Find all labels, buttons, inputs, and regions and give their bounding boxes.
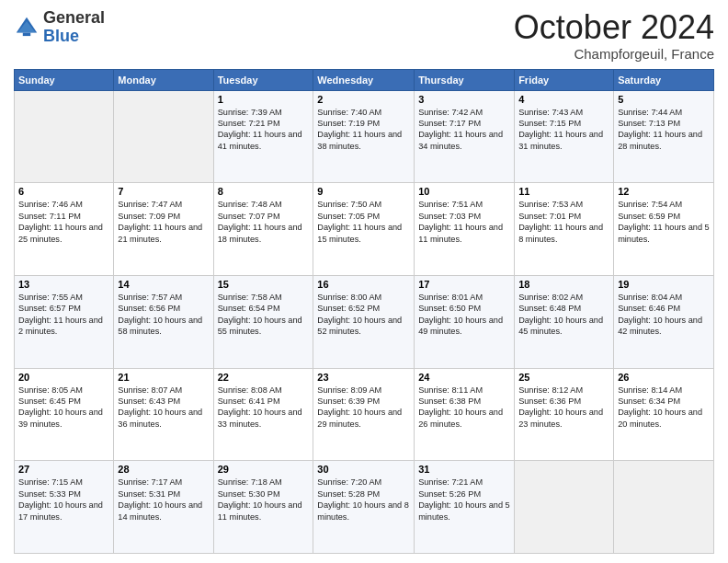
- day-number: 12: [618, 186, 710, 197]
- calendar-cell: 20Sunrise: 8:05 AMSunset: 6:45 PMDayligh…: [15, 368, 114, 461]
- day-number: 1: [218, 94, 310, 105]
- calendar-cell: 31Sunrise: 7:21 AMSunset: 5:26 PMDayligh…: [415, 461, 515, 554]
- calendar-cell: 10Sunrise: 7:51 AMSunset: 7:03 PMDayligh…: [415, 183, 515, 276]
- day-info: Sunrise: 7:20 AMSunset: 5:28 PMDaylight:…: [317, 477, 410, 523]
- day-number: 29: [218, 464, 310, 475]
- day-info: Sunrise: 7:39 AMSunset: 7:21 PMDaylight:…: [218, 107, 310, 153]
- calendar-cell: 16Sunrise: 8:00 AMSunset: 6:52 PMDayligh…: [313, 275, 415, 368]
- day-number: 6: [18, 186, 109, 197]
- calendar-day-header: Tuesday: [213, 69, 313, 90]
- day-number: 8: [218, 186, 310, 197]
- logo-icon: [14, 15, 40, 40]
- calendar-cell: 4Sunrise: 7:43 AMSunset: 7:15 PMDaylight…: [515, 90, 614, 183]
- calendar-cell: 7Sunrise: 7:47 AMSunset: 7:09 PMDaylight…: [114, 183, 213, 276]
- calendar-header-row: SundayMondayTuesdayWednesdayThursdayFrid…: [15, 69, 714, 90]
- day-number: 28: [118, 464, 209, 475]
- day-info: Sunrise: 8:04 AMSunset: 6:46 PMDaylight:…: [618, 292, 710, 338]
- calendar-cell: 2Sunrise: 7:40 AMSunset: 7:19 PMDaylight…: [313, 90, 415, 183]
- day-info: Sunrise: 8:05 AMSunset: 6:45 PMDaylight:…: [18, 385, 109, 431]
- calendar-cell: 5Sunrise: 7:44 AMSunset: 7:13 PMDaylight…: [614, 90, 714, 183]
- calendar-cell: 15Sunrise: 7:58 AMSunset: 6:54 PMDayligh…: [213, 275, 313, 368]
- day-number: 4: [518, 94, 609, 105]
- day-number: 27: [18, 464, 109, 475]
- day-info: Sunrise: 8:11 AMSunset: 6:38 PMDaylight:…: [418, 385, 510, 431]
- calendar-cell: 6Sunrise: 7:46 AMSunset: 7:11 PMDaylight…: [15, 183, 114, 276]
- calendar-cell: 17Sunrise: 8:01 AMSunset: 6:50 PMDayligh…: [415, 275, 515, 368]
- day-info: Sunrise: 7:46 AMSunset: 7:11 PMDaylight:…: [18, 199, 109, 245]
- page: General Blue October 2024 Champforgeuil,…: [0, 0, 728, 563]
- calendar-cell: 19Sunrise: 8:04 AMSunset: 6:46 PMDayligh…: [614, 275, 714, 368]
- day-info: Sunrise: 7:57 AMSunset: 6:56 PMDaylight:…: [118, 292, 209, 338]
- day-number: 21: [118, 372, 209, 383]
- calendar-day-header: Friday: [515, 69, 614, 90]
- calendar-cell: 14Sunrise: 7:57 AMSunset: 6:56 PMDayligh…: [114, 275, 213, 368]
- day-info: Sunrise: 7:53 AMSunset: 7:01 PMDaylight:…: [518, 199, 609, 245]
- logo-text: General Blue: [43, 9, 105, 46]
- day-info: Sunrise: 8:12 AMSunset: 6:36 PMDaylight:…: [518, 385, 609, 431]
- calendar-day-header: Sunday: [15, 69, 114, 90]
- day-number: 18: [518, 279, 609, 290]
- day-info: Sunrise: 7:58 AMSunset: 6:54 PMDaylight:…: [218, 292, 310, 338]
- day-info: Sunrise: 8:00 AMSunset: 6:52 PMDaylight:…: [317, 292, 410, 338]
- day-info: Sunrise: 8:07 AMSunset: 6:43 PMDaylight:…: [118, 385, 209, 431]
- day-number: 31: [418, 464, 510, 475]
- day-number: 23: [317, 372, 410, 383]
- calendar-cell: 18Sunrise: 8:02 AMSunset: 6:48 PMDayligh…: [515, 275, 614, 368]
- calendar-cell: [614, 461, 714, 554]
- day-number: 9: [317, 186, 410, 197]
- day-info: Sunrise: 7:47 AMSunset: 7:09 PMDaylight:…: [118, 199, 209, 245]
- day-info: Sunrise: 7:43 AMSunset: 7:15 PMDaylight:…: [518, 107, 609, 153]
- day-info: Sunrise: 7:21 AMSunset: 5:26 PMDaylight:…: [418, 477, 510, 523]
- calendar-cell: 25Sunrise: 8:12 AMSunset: 6:36 PMDayligh…: [515, 368, 614, 461]
- calendar-cell: 3Sunrise: 7:42 AMSunset: 7:17 PMDaylight…: [415, 90, 515, 183]
- logo: General Blue: [14, 9, 105, 46]
- calendar-cell: [114, 90, 213, 183]
- day-info: Sunrise: 7:18 AMSunset: 5:30 PMDaylight:…: [218, 477, 310, 523]
- calendar-week-row: 13Sunrise: 7:55 AMSunset: 6:57 PMDayligh…: [15, 275, 714, 368]
- day-info: Sunrise: 8:08 AMSunset: 6:41 PMDaylight:…: [218, 385, 310, 431]
- day-info: Sunrise: 7:44 AMSunset: 7:13 PMDaylight:…: [618, 107, 710, 153]
- day-number: 15: [218, 279, 310, 290]
- header: General Blue October 2024 Champforgeuil,…: [14, 9, 714, 62]
- day-number: 11: [518, 186, 609, 197]
- calendar-cell: 27Sunrise: 7:15 AMSunset: 5:33 PMDayligh…: [15, 461, 114, 554]
- calendar-week-row: 27Sunrise: 7:15 AMSunset: 5:33 PMDayligh…: [15, 461, 714, 554]
- day-info: Sunrise: 7:54 AMSunset: 6:59 PMDaylight:…: [618, 199, 710, 245]
- calendar-cell: 1Sunrise: 7:39 AMSunset: 7:21 PMDaylight…: [213, 90, 313, 183]
- calendar-cell: 21Sunrise: 8:07 AMSunset: 6:43 PMDayligh…: [114, 368, 213, 461]
- day-number: 10: [418, 186, 510, 197]
- location-subtitle: Champforgeuil, France: [514, 46, 714, 62]
- day-number: 5: [618, 94, 710, 105]
- day-info: Sunrise: 8:01 AMSunset: 6:50 PMDaylight:…: [418, 292, 510, 338]
- day-number: 19: [618, 279, 710, 290]
- logo-general: General: [43, 8, 105, 27]
- day-info: Sunrise: 7:55 AMSunset: 6:57 PMDaylight:…: [18, 292, 109, 338]
- day-number: 25: [518, 372, 609, 383]
- calendar-table: SundayMondayTuesdayWednesdayThursdayFrid…: [14, 69, 714, 554]
- day-number: 3: [418, 94, 510, 105]
- calendar-cell: [15, 90, 114, 183]
- day-info: Sunrise: 7:42 AMSunset: 7:17 PMDaylight:…: [418, 107, 510, 153]
- day-number: 20: [18, 372, 109, 383]
- title-block: October 2024 Champforgeuil, France: [514, 9, 714, 62]
- day-info: Sunrise: 7:51 AMSunset: 7:03 PMDaylight:…: [418, 199, 510, 245]
- calendar-week-row: 20Sunrise: 8:05 AMSunset: 6:45 PMDayligh…: [15, 368, 714, 461]
- calendar-cell: 29Sunrise: 7:18 AMSunset: 5:30 PMDayligh…: [213, 461, 313, 554]
- day-info: Sunrise: 7:40 AMSunset: 7:19 PMDaylight:…: [317, 107, 410, 153]
- calendar-cell: 13Sunrise: 7:55 AMSunset: 6:57 PMDayligh…: [15, 275, 114, 368]
- day-number: 13: [18, 279, 109, 290]
- calendar-cell: 24Sunrise: 8:11 AMSunset: 6:38 PMDayligh…: [415, 368, 515, 461]
- day-number: 7: [118, 186, 209, 197]
- calendar-day-header: Wednesday: [313, 69, 415, 90]
- day-info: Sunrise: 7:50 AMSunset: 7:05 PMDaylight:…: [317, 199, 410, 245]
- day-number: 24: [418, 372, 510, 383]
- calendar-cell: [515, 461, 614, 554]
- calendar-day-header: Thursday: [415, 69, 515, 90]
- day-number: 16: [317, 279, 410, 290]
- day-number: 14: [118, 279, 209, 290]
- calendar-week-row: 1Sunrise: 7:39 AMSunset: 7:21 PMDaylight…: [15, 90, 714, 183]
- day-info: Sunrise: 7:48 AMSunset: 7:07 PMDaylight:…: [218, 199, 310, 245]
- calendar-cell: 9Sunrise: 7:50 AMSunset: 7:05 PMDaylight…: [313, 183, 415, 276]
- calendar-cell: 12Sunrise: 7:54 AMSunset: 6:59 PMDayligh…: [614, 183, 714, 276]
- day-info: Sunrise: 8:14 AMSunset: 6:34 PMDaylight:…: [618, 385, 710, 431]
